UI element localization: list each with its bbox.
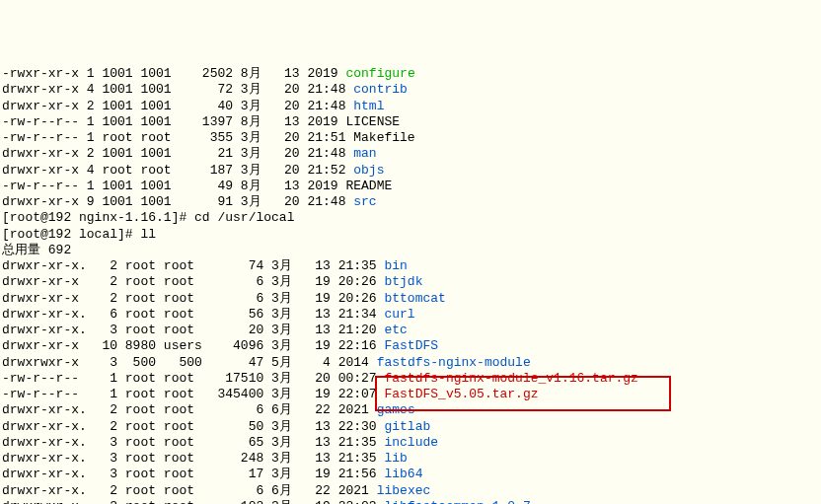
prompt-line[interactable]: [root@192 nginx-1.16.1]# cd /usr/local	[2, 210, 819, 226]
file-perms: drwxr-xr-x. 3 root root 20 3月 13 21:20	[2, 323, 384, 337]
listing-row: drwxr-xr-x 2 root root 6 3月 19 20:26 btt…	[2, 291, 819, 307]
listing-row: drwxr-xr-x 4 root root 187 3月 20 21:52 o…	[2, 163, 819, 179]
file-perms: drwxrwxr-x 3 root root 102 3月 19 22:03	[2, 499, 384, 504]
listing-row: drwxr-xr-x 10 8980 users 4096 3月 19 22:1…	[2, 338, 819, 354]
file-perms: drwxr-xr-x. 2 root root 50 3月 13 22:30	[2, 419, 384, 434]
file-name: fastdfs-nginx-module	[377, 355, 531, 370]
listing-row: -rw-r--r-- 1 root root 355 3月 20 21:51 M…	[2, 130, 819, 146]
file-perms: drwxr-xr-x. 3 root root 65 3月 13 21:35	[2, 435, 384, 450]
listing-row: -rw-r--r-- 1 1001 1001 1397 8月 13 2019 L…	[2, 114, 819, 130]
file-perms: drwxr-xr-x 2 root root 6 3月 19 20:26	[2, 291, 384, 306]
listing-row: -rw-r--r-- 1 1001 1001 49 8月 13 2019 REA…	[2, 179, 819, 194]
file-perms: -rw-r--r-- 1 root root 345400 3月 19 22:0…	[2, 387, 384, 401]
file-perms: -rw-r--r-- 1 1001 1001 49 8月 13 2019 REA…	[2, 179, 392, 193]
listing-row: drwxr-xr-x 9 1001 1001 91 3月 20 21:48 sr…	[2, 194, 819, 210]
file-perms: drwxr-xr-x. 2 root root 74 3月 13 21:35	[2, 258, 384, 273]
listing-row: drwxr-xr-x. 3 root root 20 3月 13 21:20 e…	[2, 323, 819, 338]
file-perms: drwxrwxr-x 3 500 500 47 5月 4 2014	[2, 355, 377, 370]
file-perms: drwxr-xr-x 4 root root 187 3月 20 21:52	[2, 163, 353, 178]
file-perms: -rw-r--r-- 1 1001 1001 1397 8月 13 2019 L…	[2, 114, 400, 129]
file-name: bttomcat	[384, 291, 445, 306]
prompt-line[interactable]: [root@192 local]# ll	[2, 227, 819, 243]
file-perms: drwxr-xr-x. 3 root root 17 3月 19 21:56	[2, 467, 384, 481]
listing-row: drwxr-xr-x. 3 root root 17 3月 19 21:56 l…	[2, 467, 819, 482]
file-name: etc	[384, 323, 407, 337]
file-perms: -rw-r--r-- 1 root root 355 3月 20 21:51 M…	[2, 130, 415, 145]
listing-row: drwxr-xr-x 2 1001 1001 40 3月 20 21:48 ht…	[2, 99, 819, 114]
listing-row: drwxr-xr-x. 2 root root 50 3月 13 22:30 g…	[2, 419, 819, 435]
file-name: libexec	[377, 483, 431, 498]
file-perms: drwxr-xr-x. 2 root root 6 6月 22 2021	[2, 402, 377, 417]
file-name: libfastcommon-1.0.7	[384, 499, 530, 504]
file-perms: drwxr-xr-x 2 root root 6 3月 19 20:26	[2, 274, 384, 289]
file-perms: -rw-r--r-- 1 root root 17510 3月 20 00:27	[2, 371, 384, 386]
file-name: FastDFS_v5.05.tar.gz	[384, 387, 538, 401]
file-perms: -rwxr-xr-x 1 1001 1001 2502 8月 13 2019	[2, 66, 345, 81]
file-name: objs	[353, 163, 384, 178]
listing-row: -rw-r--r-- 1 root root 345400 3月 19 22:0…	[2, 387, 819, 402]
file-perms: drwxr-xr-x 10 8980 users 4096 3月 19 22:1…	[2, 338, 384, 353]
file-perms: drwxr-xr-x. 6 root root 56 3月 13 21:34	[2, 307, 384, 322]
listing-row: drwxr-xr-x. 2 root root 74 3月 13 21:35 b…	[2, 258, 819, 274]
file-perms: drwxr-xr-x 2 1001 1001 40 3月 20 21:48	[2, 99, 353, 113]
file-name: btjdk	[384, 274, 422, 289]
file-name: FastDFS	[384, 338, 438, 353]
file-perms: drwxr-xr-x. 3 root root 248 3月 13 21:35	[2, 451, 384, 466]
file-perms: drwxr-xr-x 2 1001 1001 21 3月 20 21:48	[2, 146, 353, 161]
file-name: gitlab	[384, 419, 430, 434]
file-name: bin	[384, 258, 407, 273]
file-name: contrib	[353, 82, 408, 97]
listing-row: drwxr-xr-x. 2 root root 6 6月 22 2021 gam…	[2, 402, 819, 418]
listing-row: drwxr-xr-x 2 root root 6 3月 19 20:26 btj…	[2, 274, 819, 290]
file-name: configure	[345, 66, 414, 81]
listing-row: drwxrwxr-x 3 500 500 47 5月 4 2014 fastdf…	[2, 355, 819, 371]
listing-row: drwxr-xr-x. 3 root root 248 3月 13 21:35 …	[2, 451, 819, 467]
file-name: lib64	[384, 467, 422, 481]
listing-row: drwxr-xr-x. 6 root root 56 3月 13 21:34 c…	[2, 307, 819, 323]
total-line: 总用量 692	[2, 243, 819, 258]
listing-row: -rw-r--r-- 1 root root 17510 3月 20 00:27…	[2, 371, 819, 387]
listing-row: drwxrwxr-x 3 root root 102 3月 19 22:03 l…	[2, 499, 819, 504]
file-name: games	[377, 402, 415, 417]
file-name: src	[353, 194, 376, 209]
terminal-output: -rwxr-xr-x 1 1001 1001 2502 8月 13 2019 c…	[2, 66, 819, 504]
file-name: curl	[384, 307, 414, 322]
listing-row: drwxr-xr-x. 3 root root 65 3月 13 21:35 i…	[2, 435, 819, 451]
file-perms: drwxr-xr-x 4 1001 1001 72 3月 20 21:48	[2, 82, 353, 97]
file-perms: drwxr-xr-x 9 1001 1001 91 3月 20 21:48	[2, 194, 353, 209]
listing-row: drwxr-xr-x 2 1001 1001 21 3月 20 21:48 ma…	[2, 146, 819, 162]
file-name: include	[384, 435, 438, 450]
file-name: man	[353, 146, 376, 161]
listing-row: drwxr-xr-x. 2 root root 6 6月 22 2021 lib…	[2, 483, 819, 499]
listing-row: -rwxr-xr-x 1 1001 1001 2502 8月 13 2019 c…	[2, 66, 819, 82]
file-name: fastdfs-nginx-module_v1.16.tar.gz	[384, 371, 637, 386]
file-name: lib	[384, 451, 407, 466]
file-name: html	[353, 99, 384, 113]
listing-row: drwxr-xr-x 4 1001 1001 72 3月 20 21:48 co…	[2, 82, 819, 98]
file-perms: drwxr-xr-x. 2 root root 6 6月 22 2021	[2, 483, 377, 498]
